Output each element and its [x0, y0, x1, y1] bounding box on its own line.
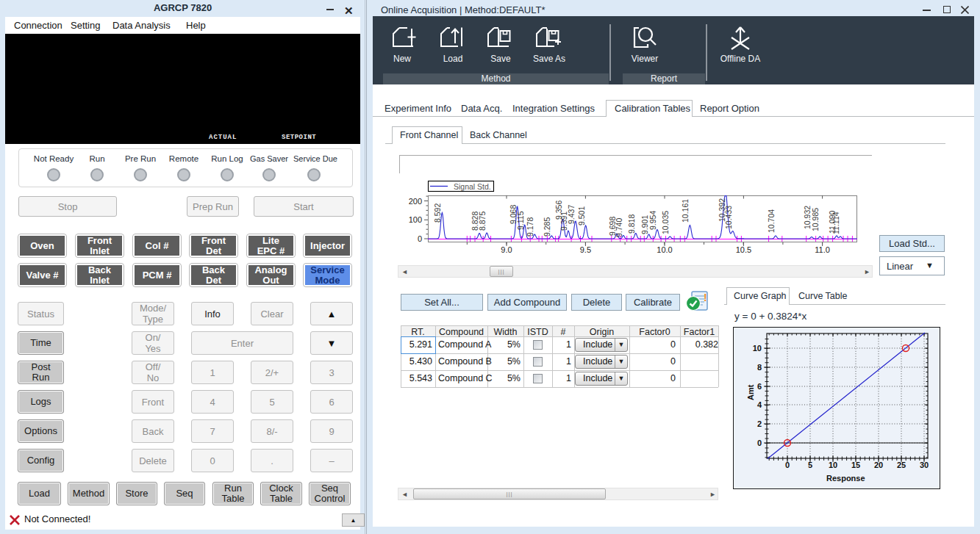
- svg-text:9.437: 9.437: [567, 205, 576, 224]
- svg-text:11.0: 11.0: [815, 245, 830, 254]
- svg-text:20: 20: [874, 461, 883, 469]
- svg-text:!: !: [704, 292, 707, 303]
- svg-text:4: 4: [757, 400, 762, 409]
- svg-text:11.114: 11.114: [831, 212, 840, 234]
- svg-text:9.501: 9.501: [577, 206, 586, 225]
- svg-text:0: 0: [785, 461, 790, 469]
- svg-text:9.0: 9.0: [501, 245, 512, 254]
- svg-text:10.985: 10.985: [811, 208, 820, 231]
- svg-text:9.954: 9.954: [648, 211, 657, 230]
- svg-text:9.115: 9.115: [516, 211, 525, 230]
- svg-text:10.433: 10.433: [724, 206, 733, 229]
- svg-text:8.592: 8.592: [433, 203, 442, 223]
- svg-text:Response: Response: [826, 474, 865, 483]
- svg-text:0: 0: [757, 439, 762, 447]
- svg-text:2: 2: [757, 419, 762, 428]
- svg-text:9.740: 9.740: [615, 218, 623, 237]
- svg-text:100: 100: [409, 215, 422, 224]
- svg-text:9.901: 9.901: [640, 215, 649, 234]
- svg-text:30: 30: [920, 461, 929, 469]
- svg-text:9.285: 9.285: [543, 217, 551, 237]
- svg-text:10: 10: [753, 344, 762, 353]
- svg-text:5: 5: [808, 461, 812, 469]
- svg-text:200: 200: [409, 197, 422, 206]
- svg-text:10.704: 10.704: [767, 209, 776, 233]
- svg-text:9.5: 9.5: [580, 245, 591, 254]
- svg-text:10: 10: [829, 461, 837, 469]
- svg-text:10.035: 10.035: [661, 211, 670, 234]
- svg-text:25: 25: [897, 461, 906, 469]
- svg-text:8.875: 8.875: [478, 212, 487, 231]
- svg-text:Amt: Amt: [746, 384, 755, 400]
- svg-text:15: 15: [851, 461, 860, 469]
- svg-text:8: 8: [757, 363, 762, 372]
- svg-text:6: 6: [757, 382, 762, 391]
- svg-text:Signal Std.: Signal Std.: [454, 182, 491, 191]
- svg-text:9.818: 9.818: [627, 214, 636, 234]
- svg-text:10.932: 10.932: [803, 206, 812, 229]
- svg-text:10.161: 10.161: [681, 199, 690, 223]
- svg-text:0: 0: [418, 234, 422, 243]
- svg-text:9.178: 9.178: [526, 217, 534, 237]
- svg-text:10.5: 10.5: [736, 245, 751, 254]
- svg-text:10.0: 10.0: [657, 245, 672, 254]
